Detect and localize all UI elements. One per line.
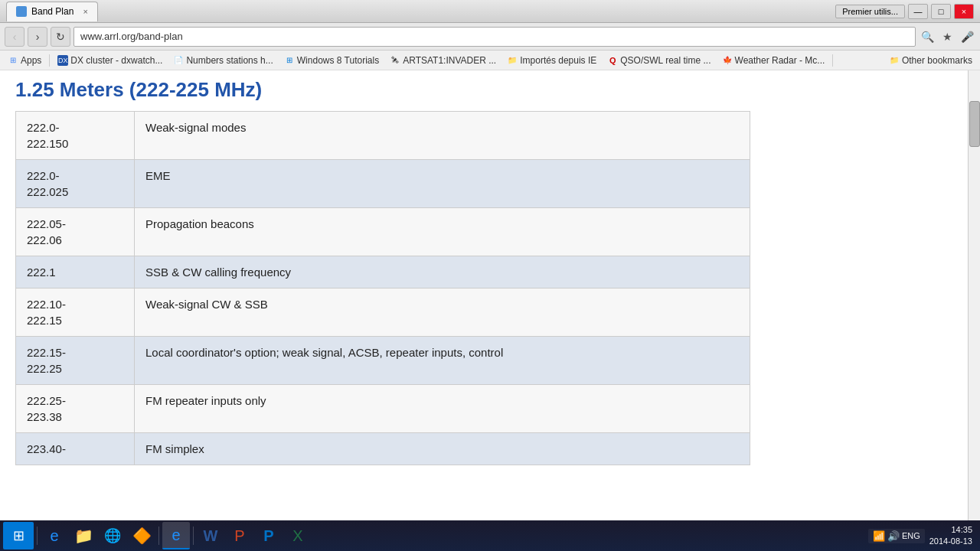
bookmark-separator <box>49 54 50 67</box>
clock-date: 2014-08-13 <box>929 536 972 547</box>
desc-cell: EME <box>135 160 750 208</box>
clock-time: 14:35 <box>929 524 972 536</box>
table-row: 222.1SSB & CW calling frequency <box>16 256 750 289</box>
table-row: 222.05- 222.06Propagation beacons <box>16 208 750 256</box>
word-icon: W <box>202 527 219 544</box>
bookmark-win8[interactable]: ⊞ Windows 8 Tutorials <box>279 54 384 67</box>
forward-button[interactable]: › <box>28 27 47 47</box>
title-bar: Band Plan × Premier utilis... — □ × <box>0 0 980 23</box>
freq-cell: 222.05- 222.06 <box>16 208 135 256</box>
taskbar-sep1 <box>37 527 38 545</box>
freq-cell: 222.0- 222.025 <box>16 160 135 208</box>
bookmark-numbers[interactable]: 📄 Numbers stations h... <box>168 54 277 67</box>
freq-cell: 222.15- 222.25 <box>16 337 135 385</box>
other-folder-icon: 📁 <box>889 55 900 66</box>
lang-label: ENG <box>902 531 920 540</box>
desc-cell: SSB & CW calling frequency <box>135 256 750 289</box>
nav-bar: ‹ › ↻ www.arrl.org/band-plan 🔍 ★ 🎤 <box>0 23 980 51</box>
bookmark-apps[interactable]: ⊞ Apps <box>3 54 46 67</box>
desc-cell: Local coordinator's option; weak signal,… <box>135 337 750 385</box>
win-icon: ⊞ <box>284 55 295 66</box>
desc-cell: Weak-signal CW & SSB <box>135 289 750 337</box>
taskbar-right: 📶 🔊 ENG 14:35 2014-08-13 <box>868 524 977 548</box>
refresh-button[interactable]: ↻ <box>51 27 70 47</box>
start-button[interactable]: ⊞ <box>3 522 34 549</box>
taskbar-sep2 <box>158 527 159 545</box>
volume-icon: 🔊 <box>887 530 900 542</box>
desc-cell: FM repeater inputs only <box>135 385 750 433</box>
page-icon: 📄 <box>173 55 184 66</box>
tab-favicon <box>16 6 27 17</box>
freq-cell: 222.25- 223.38 <box>16 385 135 433</box>
star-icon[interactable]: ★ <box>939 28 956 45</box>
bookmark-weather[interactable]: 🍁 Weather Radar - Mc... <box>717 54 830 67</box>
table-row: 222.0- 222.025EME <box>16 160 750 208</box>
minimize-btn[interactable]: — <box>908 4 928 19</box>
folder-icon-bm: 📁 <box>507 55 518 66</box>
premier-utils-btn[interactable]: Premier utilis... <box>835 5 905 18</box>
tab-close-btn[interactable]: × <box>83 7 87 16</box>
freq-cell: 222.1 <box>16 256 135 289</box>
maximize-btn[interactable]: □ <box>931 4 951 19</box>
taskbar: ⊞ e 📁 🌐 🔶 e W P P X 📶 🔊 ENG 14:35 2 <box>0 520 980 551</box>
table-row: 222.0- 222.150Weak-signal modes <box>16 112 750 160</box>
browser-content: 1.25 Meters (222-225 MHz) 222.0- 222.150… <box>0 70 980 520</box>
notification-area: 📶 🔊 ENG <box>868 529 925 543</box>
bookmark-dx[interactable]: DX DX cluster - dxwatch... <box>53 54 167 67</box>
taskbar-ppt[interactable]: P <box>226 522 253 549</box>
taskbar-orange[interactable]: 🔶 <box>128 522 155 549</box>
page-title: 1.25 Meters (222-225 MHz) <box>15 78 965 102</box>
folder-taskbar-icon: 📁 <box>75 527 92 544</box>
back-button[interactable]: ‹ <box>5 27 24 47</box>
taskbar-ie-active[interactable]: e <box>162 522 190 549</box>
mic-icon[interactable]: 🎤 <box>959 28 975 45</box>
table-row: 222.25- 223.38FM repeater inputs only <box>16 385 750 433</box>
scroll-thumb[interactable] <box>969 101 980 147</box>
tab-title: Band Plan <box>31 6 74 17</box>
taskbar-ie[interactable]: e <box>41 522 68 549</box>
canada-icon: 🍁 <box>722 55 733 66</box>
freq-cell: 222.10- 222.15 <box>16 289 135 337</box>
browser-tab[interactable]: Band Plan × <box>6 2 98 21</box>
search-icon[interactable]: 🔍 <box>919 28 936 45</box>
desc-cell: Propagation beacons <box>135 208 750 256</box>
bookmark-importes[interactable]: 📁 Importés depuis IE <box>502 54 601 67</box>
bookmark-qso[interactable]: Q QSO/SWL real time ... <box>603 54 715 67</box>
ie-active-icon: e <box>168 527 185 543</box>
taskbar-word[interactable]: W <box>197 522 224 549</box>
desc-cell: Weak-signal modes <box>135 112 750 160</box>
freq-cell: 222.0- 222.150 <box>16 112 135 160</box>
clock[interactable]: 14:35 2014-08-13 <box>929 524 972 548</box>
excel-icon: X <box>289 527 306 544</box>
table-row: 223.40-FM simplex <box>16 433 750 465</box>
ppt-icon: P <box>231 527 248 544</box>
bm-sep2 <box>832 54 833 67</box>
taskbar-sep3 <box>193 527 194 545</box>
address-bar[interactable]: www.arrl.org/band-plan <box>74 27 916 47</box>
qso-icon: Q <box>607 55 618 66</box>
artsat-icon: 🛰 <box>390 55 400 66</box>
page-content: 1.25 Meters (222-225 MHz) 222.0- 222.150… <box>0 70 980 520</box>
dx-favicon: DX <box>57 55 68 66</box>
taskbar-folder[interactable]: 📁 <box>70 522 97 549</box>
desc-cell: FM simplex <box>135 433 750 465</box>
taskbar-chrome[interactable]: 🌐 <box>99 522 126 549</box>
table-row: 222.10- 222.15Weak-signal CW & SSB <box>16 289 750 337</box>
address-text: www.arrl.org/band-plan <box>80 31 183 42</box>
bookmark-other[interactable]: 📁 Other bookmarks <box>884 54 977 67</box>
windows-icon: ⊞ <box>13 527 24 544</box>
orange-taskbar-icon: 🔶 <box>133 527 150 544</box>
band-plan-table: 222.0- 222.150Weak-signal modes222.0- 22… <box>15 111 750 465</box>
chrome-taskbar-icon: 🌐 <box>104 527 121 544</box>
bookmark-artsat[interactable]: 🛰 ARTSAT1:INVADER ... <box>385 54 501 67</box>
pub-icon: P <box>260 527 277 544</box>
scrollbar[interactable] <box>968 70 980 520</box>
ie-icon: e <box>46 527 63 544</box>
freq-cell: 223.40- <box>16 433 135 465</box>
taskbar-excel[interactable]: X <box>284 522 312 549</box>
taskbar-pub[interactable]: P <box>255 522 283 549</box>
network-icon: 📶 <box>873 530 885 542</box>
table-row: 222.15- 222.25Local coordinator's option… <box>16 337 750 385</box>
close-btn[interactable]: × <box>954 4 974 19</box>
apps-grid-icon: ⊞ <box>8 55 18 66</box>
